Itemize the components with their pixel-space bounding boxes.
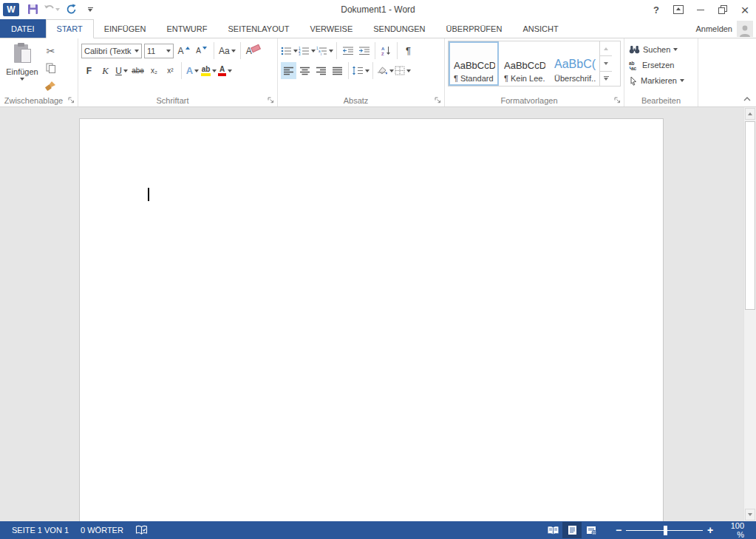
- decrease-indent-button[interactable]: [340, 42, 355, 59]
- read-mode-button[interactable]: [543, 522, 562, 538]
- align-left-icon: [283, 67, 294, 75]
- highlight-caret: [212, 70, 217, 72]
- decrease-indent-icon: [342, 47, 354, 55]
- find-button[interactable]: Suchen: [627, 42, 695, 57]
- increase-indent-button[interactable]: [356, 42, 372, 59]
- font-name-combo[interactable]: Calibri (Textk: [81, 44, 142, 58]
- ribbon-display-icon: [673, 5, 684, 14]
- cut-icon: [47, 45, 55, 57]
- styles-more-button[interactable]: [600, 72, 612, 86]
- style-standard[interactable]: AaBbCcDc ¶ Standard: [449, 41, 499, 86]
- collapse-ribbon-button[interactable]: [743, 95, 752, 104]
- show-formatting-marks-button[interactable]: [401, 42, 416, 59]
- grow-font-button[interactable]: A: [176, 42, 191, 59]
- repeat-button[interactable]: [62, 1, 80, 18]
- word-count-indicator[interactable]: 0 WÖRTER: [75, 521, 129, 539]
- zoom-slider[interactable]: [626, 522, 703, 538]
- align-left-button[interactable]: [281, 62, 296, 79]
- tab-einfuegen[interactable]: EINFÜGEN: [94, 19, 157, 38]
- tab-sendungen[interactable]: SENDUNGEN: [363, 19, 435, 38]
- align-center-button[interactable]: [297, 62, 313, 79]
- close-button[interactable]: [734, 1, 756, 18]
- underline-button[interactable]: U: [114, 62, 129, 79]
- page-number-indicator[interactable]: SEITE 1 VON 1: [6, 521, 75, 539]
- tab-ueberpruefen[interactable]: ÜBERPRÜFEN: [436, 19, 513, 38]
- collapse-ribbon-icon: [743, 96, 752, 102]
- word-app-icon[interactable]: [3, 3, 19, 16]
- paragraph-dialog-launcher[interactable]: [435, 97, 442, 104]
- font-color-icon: A: [218, 66, 226, 76]
- numbering-button[interactable]: 123: [299, 42, 316, 59]
- style-kein-leerraum[interactable]: AaBbCcDc ¶ Kein Lee...: [499, 41, 549, 86]
- zoom-out-button[interactable]: [611, 522, 626, 538]
- clear-formatting-button[interactable]: A: [245, 42, 261, 59]
- web-layout-icon: [586, 526, 597, 535]
- replace-button[interactable]: abac Ersetzen: [627, 58, 695, 72]
- sort-button[interactable]: AZ: [378, 42, 394, 59]
- undo-button[interactable]: [43, 1, 61, 18]
- tab-seitenlayout[interactable]: SEITENLAYOUT: [217, 19, 299, 38]
- print-layout-button[interactable]: [562, 522, 582, 538]
- tab-datei[interactable]: DATEI: [0, 19, 46, 38]
- justify-button[interactable]: [330, 62, 345, 79]
- scrollbar-down-button[interactable]: [745, 509, 755, 521]
- highlight-button[interactable]: ab: [201, 62, 217, 79]
- zoom-slider-handle[interactable]: [664, 526, 667, 535]
- cut-button[interactable]: [43, 44, 58, 58]
- italic-button[interactable]: K: [98, 62, 113, 79]
- document-area: [0, 107, 756, 521]
- style-standard-name: ¶ Standard: [454, 74, 495, 83]
- tab-start[interactable]: START: [46, 19, 94, 38]
- font-dialog-launcher[interactable]: [268, 97, 275, 104]
- style-kein-leerraum-name: ¶ Kein Lee...: [504, 74, 545, 83]
- sign-in-area[interactable]: Anmelden: [695, 19, 756, 38]
- avatar[interactable]: [737, 21, 753, 37]
- align-right-button[interactable]: [313, 62, 329, 79]
- font-color-button[interactable]: A: [217, 62, 233, 79]
- styles-scroll-down-button[interactable]: [600, 56, 612, 71]
- strikethrough-button[interactable]: abe: [130, 62, 146, 79]
- tab-entwurf[interactable]: ENTWURF: [156, 19, 217, 38]
- find-caret: [673, 48, 678, 51]
- styles-dialog-launcher[interactable]: [614, 97, 622, 104]
- group-label-font: Schriftart: [78, 96, 267, 105]
- scrollbar-thumb[interactable]: [745, 121, 755, 310]
- minimize-button[interactable]: [689, 1, 712, 18]
- multilevel-list-caret: [329, 50, 333, 52]
- scrollbar-up-button[interactable]: [745, 108, 755, 120]
- copy-button[interactable]: [43, 61, 58, 75]
- tab-ansicht[interactable]: ANSICHT: [512, 19, 568, 38]
- superscript-button[interactable]: x²: [163, 62, 178, 79]
- font-size-combo[interactable]: 11: [144, 44, 174, 58]
- underline-caret: [123, 70, 128, 72]
- change-case-button[interactable]: Aa: [219, 42, 236, 59]
- shading-button[interactable]: [376, 62, 394, 79]
- text-effects-button[interactable]: A: [185, 62, 200, 79]
- shrink-font-button[interactable]: A: [194, 42, 209, 59]
- subscript-button[interactable]: x₂: [146, 62, 162, 79]
- bold-button[interactable]: F: [81, 62, 97, 79]
- style-ueberschrift-1[interactable]: AaBbC( Überschrif...: [549, 41, 599, 86]
- save-button[interactable]: [24, 1, 41, 18]
- text-effects-glyph: A: [186, 65, 193, 76]
- tab-verweise[interactable]: VERWEISE: [299, 19, 363, 38]
- help-button[interactable]: [645, 1, 667, 18]
- proofing-status-button[interactable]: [129, 521, 154, 539]
- borders-button[interactable]: [395, 62, 411, 79]
- vertical-scrollbar[interactable]: [743, 107, 756, 521]
- zoom-level-indicator[interactable]: 100 %: [718, 521, 750, 539]
- line-spacing-button[interactable]: [352, 62, 370, 79]
- zoom-in-button[interactable]: [703, 522, 718, 538]
- paste-button[interactable]: Einfügen: [3, 41, 41, 93]
- restore-button[interactable]: [712, 1, 734, 18]
- bullets-button[interactable]: [281, 42, 298, 59]
- format-painter-button[interactable]: [43, 78, 58, 93]
- customize-qat-button[interactable]: [81, 1, 99, 18]
- ribbon-display-options-button[interactable]: [667, 1, 689, 18]
- styles-scroll-up-button[interactable]: [600, 41, 612, 56]
- clipboard-dialog-launcher[interactable]: [68, 97, 75, 104]
- web-layout-button[interactable]: [582, 522, 601, 538]
- select-button[interactable]: Markieren: [627, 73, 695, 88]
- multilevel-list-button[interactable]: 1ai: [316, 42, 333, 59]
- document-page[interactable]: [79, 118, 664, 521]
